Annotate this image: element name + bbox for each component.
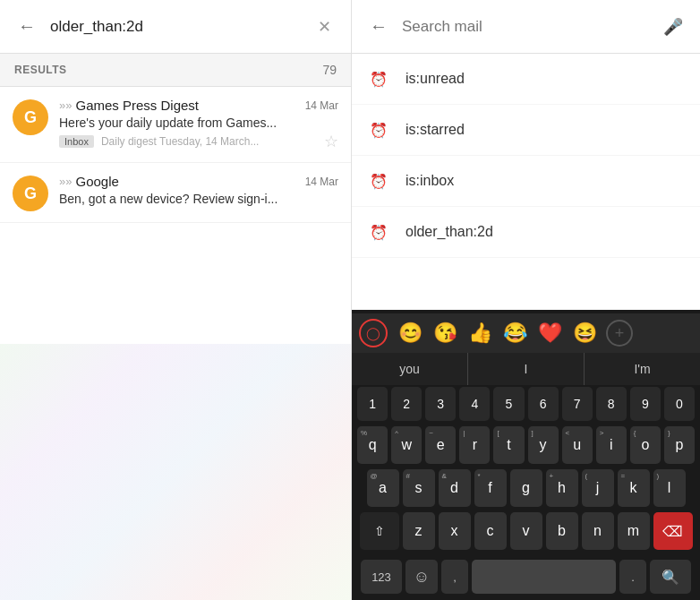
key-p[interactable]: }p	[664, 426, 695, 464]
email-content: »» Google 14 Mar Ben, got a new device? …	[59, 174, 338, 208]
suggestion-text: is:starred	[405, 122, 465, 138]
key-1[interactable]: 1	[357, 387, 388, 421]
list-item[interactable]: ⏰ older_than:2d	[352, 207, 700, 258]
email-header: »» Games Press Digest 14 Mar	[59, 98, 338, 113]
search-input-left[interactable]	[43, 18, 308, 36]
asdf-row: @a #s &d *f g +h (j =k )l	[355, 469, 696, 507]
table-row[interactable]: G »» Games Press Digest 14 Mar Here's yo…	[0, 87, 351, 163]
key-y[interactable]: ]y	[528, 426, 559, 464]
keyboard: ◯ 😊 😘 👍 😂 ❤️ 😆 + you I I'm 1 2 3 4 5 6	[352, 310, 700, 600]
key-h[interactable]: +h	[546, 469, 578, 507]
key-6[interactable]: 6	[528, 387, 559, 421]
key-x[interactable]: x	[439, 512, 471, 550]
key-b[interactable]: b	[546, 512, 578, 550]
results-bar: RESULTS 79	[0, 54, 351, 87]
comma-key[interactable]: ,	[441, 560, 468, 594]
key-m[interactable]: m	[618, 512, 650, 550]
suggestion-text: older_than:2d	[405, 224, 493, 240]
list-item[interactable]: ⏰ is:starred	[352, 105, 700, 156]
word-suggestions-row: you I I'm	[352, 353, 700, 385]
suggestion-word-you[interactable]: you	[352, 353, 468, 385]
emoji-delete-button[interactable]: ◯	[359, 319, 388, 347]
key-e[interactable]: ~e	[425, 426, 456, 464]
right-panel: ← 🎤 ⏰ is:unread ⏰ is:starred ⏰ is:inbox …	[351, 0, 700, 600]
key-2[interactable]: 2	[391, 387, 422, 421]
emoji-bar: ◯ 😊 😘 👍 😂 ❤️ 😆 +	[352, 313, 700, 353]
clear-button[interactable]: ✕	[308, 11, 340, 43]
list-item[interactable]: ⏰ is:inbox	[352, 156, 700, 207]
email-content: »» Games Press Digest 14 Mar Here's your…	[59, 98, 338, 151]
history-icon: ⏰	[366, 219, 391, 244]
key-t[interactable]: [t	[493, 426, 524, 464]
search-input-right[interactable]	[395, 18, 657, 36]
num-switch-key[interactable]: 123	[361, 560, 402, 594]
left-search-bar: ← ✕	[0, 0, 351, 54]
key-w[interactable]: ^w	[391, 426, 422, 464]
emoji-add-button[interactable]: +	[606, 320, 633, 347]
space-key[interactable]	[472, 560, 616, 594]
emoji-heart[interactable]: ❤️	[533, 320, 568, 347]
key-u[interactable]: <u	[562, 426, 593, 464]
shift-key[interactable]: ⇧	[360, 512, 399, 550]
zxcv-row: ⇧ z x c v b n m ⌫	[355, 512, 696, 550]
key-c[interactable]: c	[474, 512, 507, 550]
suggestion-word-im[interactable]: I'm	[585, 353, 700, 385]
key-7[interactable]: 7	[562, 387, 593, 421]
key-o[interactable]: {o	[630, 426, 661, 464]
results-label: RESULTS	[14, 64, 67, 76]
key-k[interactable]: =k	[618, 469, 650, 507]
number-row: 1 2 3 4 5 6 7 8 9 0	[355, 387, 696, 421]
key-v[interactable]: v	[510, 512, 542, 550]
sender-name: Google	[75, 174, 304, 189]
emoji-thumbsup[interactable]: 👍	[463, 320, 498, 347]
sender-name: Games Press Digest	[75, 98, 304, 113]
key-3[interactable]: 3	[425, 387, 456, 421]
forward-icon: »»	[59, 99, 72, 112]
key-j[interactable]: (j	[582, 469, 614, 507]
suggestion-word-i[interactable]: I	[468, 353, 585, 385]
period-key[interactable]: .	[619, 560, 646, 594]
email-meta: Inbox Daily digest Tuesday, 14 March... …	[59, 132, 338, 151]
star-icon[interactable]: ☆	[324, 132, 338, 151]
key-rows: 1 2 3 4 5 6 7 8 9 0 %q ^w ~e |r [t ]y <u…	[352, 385, 700, 557]
table-row[interactable]: G »» Google 14 Mar Ben, got a new device…	[0, 163, 351, 223]
key-i[interactable]: >i	[596, 426, 627, 464]
suggestion-text: is:inbox	[405, 173, 454, 189]
mic-icon[interactable]: 🎤	[657, 11, 689, 43]
emoji-grin[interactable]: 😆	[568, 320, 602, 347]
key-0[interactable]: 0	[664, 387, 695, 421]
right-back-button[interactable]: ←	[363, 11, 395, 43]
backspace-key[interactable]: ⌫	[653, 512, 693, 550]
key-n[interactable]: n	[582, 512, 614, 550]
email-subject: Ben, got a new device? Review sign-i...	[59, 192, 338, 206]
key-5[interactable]: 5	[493, 387, 524, 421]
left-panel: ← ✕ RESULTS 79 G »» Games Press Digest 1…	[0, 0, 351, 600]
key-d[interactable]: &d	[439, 469, 471, 507]
emoji-key[interactable]: ☺	[405, 560, 438, 594]
key-s[interactable]: #s	[403, 469, 435, 507]
email-date: 14 Mar	[305, 176, 338, 188]
key-a[interactable]: @a	[367, 469, 399, 507]
email-date: 14 Mar	[305, 99, 338, 112]
search-key[interactable]: 🔍	[650, 560, 691, 594]
emoji-kiss[interactable]: 😘	[428, 320, 463, 347]
history-icon: ⏰	[366, 117, 391, 142]
key-9[interactable]: 9	[630, 387, 661, 421]
key-f[interactable]: *f	[474, 469, 507, 507]
suggestion-text: is:unread	[405, 71, 465, 87]
list-item[interactable]: ⏰ is:unread	[352, 54, 700, 105]
key-r[interactable]: |r	[459, 426, 490, 464]
search-icon: 🔍	[662, 569, 679, 586]
key-l[interactable]: )l	[653, 469, 686, 507]
history-icon: ⏰	[366, 168, 391, 193]
key-z[interactable]: z	[403, 512, 435, 550]
forward-icon: »»	[59, 175, 72, 188]
key-q[interactable]: %q	[357, 426, 388, 464]
back-button[interactable]: ←	[11, 11, 43, 43]
emoji-smile[interactable]: 😊	[393, 320, 428, 347]
emoji-laugh[interactable]: 😂	[498, 320, 533, 347]
key-8[interactable]: 8	[596, 387, 627, 421]
key-g[interactable]: g	[510, 469, 542, 507]
results-count: 79	[322, 63, 337, 77]
key-4[interactable]: 4	[459, 387, 490, 421]
